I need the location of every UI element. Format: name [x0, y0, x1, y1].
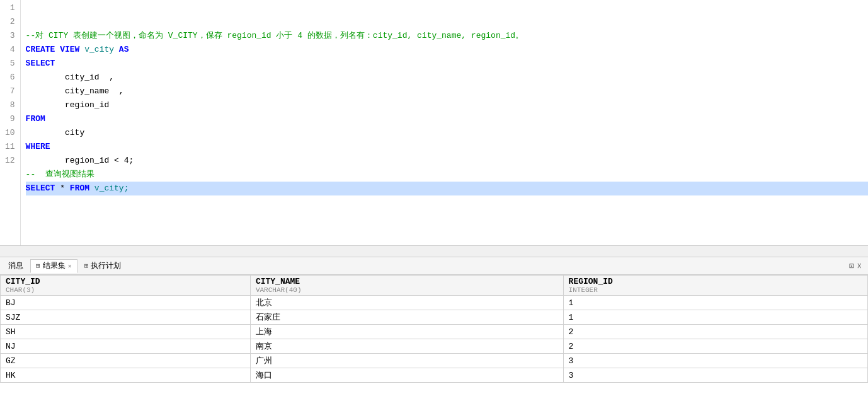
col-name: CITY_NAME: [256, 277, 558, 286]
tab-label-results: 结果集: [43, 260, 66, 271]
line-number: 6: [5, 71, 15, 84]
table-row: BJ北京1: [1, 296, 868, 310]
code-line: city: [26, 126, 868, 140]
table-row: NJ南京2: [1, 339, 868, 354]
code-line: city_id ,: [26, 71, 868, 84]
code-editor[interactable]: 123456789101112 --对 CITY 表创建一个视图，命名为 V_C…: [0, 0, 868, 246]
table-cell: 海口: [250, 368, 563, 383]
tab-close-results[interactable]: ✕: [68, 262, 72, 270]
col-name: CITY_ID: [6, 277, 245, 286]
table-cell: 3: [563, 368, 867, 383]
table-cell: 上海: [250, 325, 563, 339]
table-body: BJ北京1SJZ石家庄1SH上海2NJ南京2GZ广州3HK海口3: [1, 296, 868, 383]
table-row: HK海口3: [1, 368, 868, 383]
code-line: SELECT: [26, 57, 868, 71]
tab-icon-results: ⊞: [36, 262, 40, 270]
line-number: 4: [5, 43, 15, 57]
code-line: region_id: [26, 98, 868, 112]
line-number: 11: [5, 140, 15, 154]
table-cell: BJ: [1, 296, 251, 310]
table-row: SJZ石家庄1: [1, 310, 868, 325]
horizontal-scrollbar[interactable]: [0, 246, 868, 257]
code-line: city_name ,: [26, 84, 868, 98]
line-number: 12: [5, 154, 15, 168]
table-row: GZ广州3: [1, 354, 868, 368]
line-numbers: 123456789101112: [0, 0, 21, 245]
tab-label-plan: 执行计划: [91, 260, 121, 271]
tab-plan[interactable]: ⊞执行计划: [79, 259, 127, 273]
code-line: region_id < 4;: [26, 154, 868, 168]
tab-label-msg: 消息: [8, 260, 23, 271]
line-number: 5: [5, 57, 15, 71]
tab-actions[interactable]: ⊡☓: [849, 261, 865, 271]
line-number: 7: [5, 84, 15, 98]
tab-msg[interactable]: 消息: [3, 259, 29, 273]
line-number: 1: [5, 1, 15, 15]
code-line: --对 CITY 表创建一个视图，命名为 V_CITY，保存 region_id…: [26, 29, 868, 43]
line-number: 9: [5, 112, 15, 126]
tab-bar: 消息⊞结果集 ✕⊞执行计划⊡☓: [0, 257, 868, 275]
bottom-panel: 消息⊞结果集 ✕⊞执行计划⊡☓ CITY_IDCHAR(3)CITY_NAMEV…: [0, 257, 868, 396]
col-type: VARCHAR(40): [256, 286, 558, 294]
table-cell: NJ: [1, 339, 251, 354]
col-header-region_id: REGION_IDINTEGER: [563, 276, 867, 296]
table-cell: 2: [563, 325, 867, 339]
line-number: 3: [5, 29, 15, 43]
col-header-city_name: CITY_NAMEVARCHAR(40): [250, 276, 563, 296]
col-type: CHAR(3): [6, 286, 245, 294]
code-line: -- 查询视图结果: [26, 168, 868, 182]
table-row: SH上海2: [1, 325, 868, 339]
table-cell: SJZ: [1, 310, 251, 325]
col-header-city_id: CITY_IDCHAR(3): [1, 276, 251, 296]
code-line: WHERE: [26, 140, 868, 154]
table-cell: 3: [563, 354, 867, 368]
col-type: INTEGER: [569, 286, 862, 294]
table-cell: 南京: [250, 339, 563, 354]
maximize-icon[interactable]: ⊡: [849, 261, 854, 271]
close-panel-icon[interactable]: ☓: [857, 261, 862, 271]
table-cell: 广州: [250, 354, 563, 368]
line-number: 2: [5, 15, 15, 29]
table-cell: 石家庄: [250, 310, 563, 325]
tab-icon-plan: ⊞: [84, 262, 89, 270]
table-cell: SH: [1, 325, 251, 339]
table-header: CITY_IDCHAR(3)CITY_NAMEVARCHAR(40)REGION…: [1, 276, 868, 296]
table-cell: 1: [563, 310, 867, 325]
code-line: SELECT * FROM v_city;: [26, 182, 868, 195]
results-table-wrapper[interactable]: CITY_IDCHAR(3)CITY_NAMEVARCHAR(40)REGION…: [0, 275, 868, 396]
col-name: REGION_ID: [569, 277, 862, 286]
results-table: CITY_IDCHAR(3)CITY_NAMEVARCHAR(40)REGION…: [0, 275, 868, 383]
table-cell: 1: [563, 296, 867, 310]
table-cell: HK: [1, 368, 251, 383]
code-line: CREATE VIEW v_city AS: [26, 43, 868, 57]
line-number: 8: [5, 98, 15, 112]
table-cell: GZ: [1, 354, 251, 368]
table-cell: 2: [563, 339, 867, 354]
code-content[interactable]: --对 CITY 表创建一个视图，命名为 V_CITY，保存 region_id…: [21, 0, 868, 245]
table-cell: 北京: [250, 296, 563, 310]
tab-results[interactable]: ⊞结果集 ✕: [30, 259, 77, 273]
code-line: FROM: [26, 112, 868, 126]
line-number: 10: [5, 126, 15, 140]
